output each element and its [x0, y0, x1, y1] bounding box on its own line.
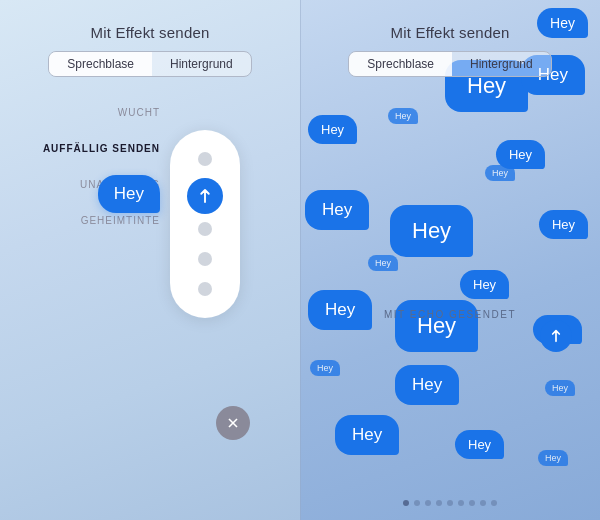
effect-dot-1[interactable] — [198, 222, 212, 236]
bubble-17: Hey — [545, 380, 575, 396]
left-tab-hintergrund[interactable]: Hintergrund — [152, 52, 251, 76]
right-title: Mit Effekt senden — [390, 24, 509, 41]
right-tab-hintergrund[interactable]: Hintergrund — [452, 52, 551, 76]
left-tab-sprechblase[interactable]: Sprechblase — [49, 52, 152, 76]
right-send-button[interactable] — [540, 320, 572, 352]
bubble-8: Hey — [390, 205, 473, 257]
effect-wucht: WUCHT — [118, 108, 160, 118]
cancel-button[interactable] — [216, 406, 250, 440]
page-dot-4[interactable] — [447, 500, 453, 506]
bubble-12: Hey — [308, 290, 372, 330]
effect-dot-3[interactable] — [198, 282, 212, 296]
page-dot-1[interactable] — [414, 500, 420, 506]
effect-geheimtinte: GEHEIMTINTE — [81, 216, 160, 226]
panel-divider — [300, 0, 301, 520]
preview-bubble: Hey — [98, 175, 160, 213]
bubble-13: Hey — [395, 300, 478, 352]
page-dot-8[interactable] — [491, 500, 497, 506]
left-panel: Mit Effekt senden Sprechblase Hintergrun… — [0, 0, 300, 520]
bubble-16: Hey — [395, 365, 459, 405]
page-dot-5[interactable] — [458, 500, 464, 506]
effect-dot-0[interactable] — [198, 152, 212, 166]
page-dot-3[interactable] — [436, 500, 442, 506]
send-button[interactable] — [187, 178, 223, 214]
page-dot-2[interactable] — [425, 500, 431, 506]
effect-auffaellig: AUFFÄLLIG SENDEN — [43, 144, 160, 154]
right-tab-sprechblase[interactable]: Sprechblase — [349, 52, 452, 76]
echo-label: MIT ECHO GESENDET — [384, 309, 516, 320]
page-dot-7[interactable] — [480, 500, 486, 506]
effect-list — [170, 130, 240, 318]
effect-dot-2[interactable] — [198, 252, 212, 266]
bubble-11: Hey — [460, 270, 509, 299]
bubble-3: Hey — [308, 115, 357, 144]
top-corner-bubble: Hey — [537, 8, 588, 38]
right-tab-bar: Sprechblase Hintergrund — [348, 51, 551, 77]
bubble-15: Hey — [310, 360, 340, 376]
bubble-4: Hey — [388, 108, 418, 124]
bubble-7: Hey — [305, 190, 369, 230]
echo-bubbles: Hey Hey Hey Hey Hey Hey Hey Hey Hey Hey … — [300, 0, 600, 520]
left-title: Mit Effekt senden — [90, 24, 209, 41]
bubble-19: Hey — [455, 430, 504, 459]
bubble-18: Hey — [335, 415, 399, 455]
page-dots — [403, 500, 497, 506]
bubble-9: Hey — [539, 210, 588, 239]
bubble-20: Hey — [538, 450, 568, 466]
left-tab-bar: Sprechblase Hintergrund — [48, 51, 251, 77]
page-dot-6[interactable] — [469, 500, 475, 506]
bubble-10: Hey — [368, 255, 398, 271]
page-dot-0[interactable] — [403, 500, 409, 506]
bubble-6: Hey — [485, 165, 515, 181]
right-panel: Mit Effekt senden Sprechblase Hintergrun… — [300, 0, 600, 520]
